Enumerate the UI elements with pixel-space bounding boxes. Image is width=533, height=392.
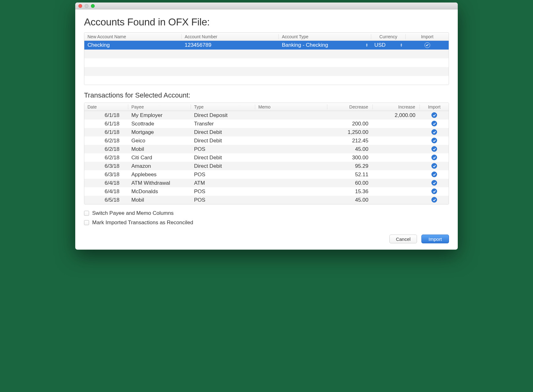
tx-payee-cell: Scottrade [128,121,191,127]
accounts-row-empty [84,58,449,67]
transaction-row[interactable]: 6/2/18MobilPOS45.00 [84,145,449,153]
import-ofx-window: Accounts Found in OFX File: New Account … [75,3,458,250]
tx-type-cell: POS [191,146,255,152]
tx-col-import[interactable]: Import [420,104,449,109]
tx-import-toggle[interactable] [420,155,449,161]
accounts-col-number[interactable]: Account Number [182,34,279,39]
cancel-button[interactable]: Cancel [389,235,417,243]
check-circle-icon [431,188,437,194]
transaction-row[interactable]: 6/2/18GeicoDirect Debit212.45 [84,136,449,145]
tx-payee-cell: Mobil [128,197,191,203]
transaction-row[interactable]: 6/1/18ScottradeTransfer200.00 [84,119,449,128]
transaction-row[interactable]: 6/2/18Citi CardDirect Debit300.00 [84,153,449,162]
tx-payee-cell: Citi Card [128,155,191,161]
tx-decrease-cell: 95.29 [327,163,373,169]
accounts-col-name[interactable]: New Account Name [84,34,182,39]
mark-reconciled-label: Mark Imported Transactions as Reconciled [92,220,193,226]
accounts-row-empty [84,50,449,58]
account-currency-select[interactable]: USD▲▼ [371,42,406,48]
tx-col-payee[interactable]: Payee [128,104,191,109]
titlebar[interactable] [75,3,458,9]
check-circle-icon [431,129,437,135]
account-import-toggle[interactable] [406,42,449,48]
window-maximize-button[interactable] [91,4,95,8]
accounts-col-currency[interactable]: Currency [371,34,406,39]
import-button[interactable]: Import [421,235,449,243]
stepper-icon[interactable]: ▲▼ [366,43,368,47]
transaction-row[interactable]: 6/3/18ApplebeesPOS52.11 [84,170,449,179]
tx-import-toggle[interactable] [420,197,449,203]
tx-increase-cell: 2,000.00 [373,112,420,119]
tx-type-cell: POS [191,188,255,195]
tx-import-toggle[interactable] [420,172,449,178]
tx-payee-cell: Amazon [128,163,191,169]
tx-date-cell: 6/3/18 [84,172,128,178]
dialog-footer: Cancel Import [84,235,449,243]
tx-date-cell: 6/2/18 [84,155,128,161]
tx-import-toggle[interactable] [420,188,449,195]
tx-import-toggle[interactable] [420,146,449,152]
tx-decrease-cell: 1,250.00 [327,129,373,135]
accounts-row-empty [84,67,449,76]
tx-col-increase[interactable]: Increase [373,104,420,109]
window-close-button[interactable] [78,4,82,8]
mark-reconciled-checkbox[interactable]: Mark Imported Transactions as Reconciled [84,220,449,226]
tx-date-cell: 6/3/18 [84,163,128,169]
accounts-row[interactable]: Checking123456789Banking - Checking▲▼USD… [84,41,449,50]
tx-payee-cell: ATM Withdrawal [128,180,191,186]
transactions-header-row: Date Payee Type Memo Decrease Increase I… [84,103,449,111]
check-circle-icon [431,121,437,126]
switch-payee-memo-checkbox[interactable]: Switch Payee and Memo Columns [84,210,449,216]
transaction-row[interactable]: 6/5/18MobilPOS45.00 [84,196,449,204]
transaction-row[interactable]: 6/4/18McDonaldsPOS15.36 [84,187,449,196]
tx-date-cell: 6/2/18 [84,138,128,144]
account-number-cell: 123456789 [182,42,279,48]
tx-import-toggle[interactable] [420,163,449,169]
tx-type-cell: POS [191,197,255,203]
tx-date-cell: 6/2/18 [84,146,128,152]
check-circle-icon [431,112,437,118]
tx-decrease-cell: 60.00 [327,180,373,186]
stepper-icon[interactable]: ▲▼ [400,43,403,47]
tx-col-memo[interactable]: Memo [255,104,327,109]
tx-col-decrease[interactable]: Decrease [327,104,373,109]
check-circle-icon [431,163,437,169]
tx-payee-cell: Mortgage [128,129,191,135]
tx-import-toggle[interactable] [420,121,449,127]
tx-decrease-cell: 52.11 [327,172,373,178]
tx-type-cell: Transfer [191,121,255,127]
tx-import-toggle[interactable] [420,180,449,186]
tx-date-cell: 6/4/18 [84,188,128,195]
account-name-cell: Checking [84,42,182,48]
account-type-select[interactable]: Banking - Checking▲▼ [279,42,371,48]
transactions-table: Date Payee Type Memo Decrease Increase I… [84,103,449,204]
tx-import-toggle[interactable] [420,112,449,119]
tx-col-type[interactable]: Type [191,104,255,109]
checkbox-icon [84,220,89,225]
tx-type-cell: Direct Deposit [191,112,255,119]
tx-payee-cell: My Employer [128,112,191,119]
tx-decrease-cell: 212.45 [327,138,373,144]
tx-payee-cell: Applebees [128,172,191,178]
accounts-heading: Accounts Found in OFX File: [84,16,449,28]
check-circle-icon [431,138,437,143]
accounts-row-empty [84,76,449,85]
tx-import-toggle[interactable] [420,129,449,135]
transaction-row[interactable]: 6/1/18My EmployerDirect Deposit2,000.00 [84,111,449,119]
check-circle-icon [431,155,437,160]
transaction-row[interactable]: 6/4/18ATM WithdrawalATM60.00 [84,179,449,187]
checkbox-icon [84,211,89,216]
transaction-row[interactable]: 6/3/18AmazonDirect Debit95.29 [84,162,449,170]
transaction-row[interactable]: 6/1/18MortgageDirect Debit1,250.00 [84,128,449,136]
tx-payee-cell: Mobil [128,146,191,152]
tx-import-toggle[interactable] [420,138,449,144]
tx-type-cell: Direct Debit [191,163,255,169]
accounts-col-type[interactable]: Account Type [279,34,371,39]
tx-type-cell: Direct Debit [191,155,255,161]
tx-col-date[interactable]: Date [84,104,128,109]
tx-date-cell: 6/4/18 [84,180,128,186]
accounts-col-import[interactable]: Import [406,34,449,39]
check-circle-icon [431,172,437,177]
window-content: Accounts Found in OFX File: New Account … [75,9,458,250]
window-minimize-button[interactable] [85,4,88,8]
